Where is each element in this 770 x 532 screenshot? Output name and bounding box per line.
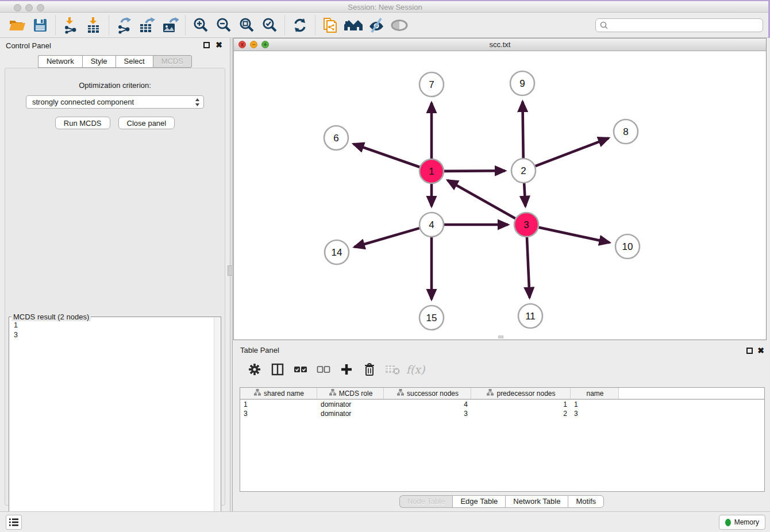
zoom-out-button[interactable]: [212, 15, 235, 36]
list-icon: [9, 518, 19, 527]
column-header-name[interactable]: name: [571, 388, 619, 399]
graph-edge-1-6[interactable]: [353, 144, 419, 167]
table-row[interactable]: 3dominator323: [240, 409, 764, 418]
export-image-button[interactable]: [159, 15, 182, 36]
memory-label: Memory: [734, 518, 759, 526]
toolbar-separator: [185, 16, 186, 35]
graph-edge-3-1[interactable]: [448, 180, 515, 218]
graph-edge-2-8[interactable]: [536, 138, 609, 166]
table-cell[interactable]: dominator: [317, 409, 384, 418]
run-mcds-button[interactable]: Run MCDS: [55, 117, 110, 129]
create-column-button[interactable]: [338, 362, 355, 377]
optimization-criterion-label: Optimization criterion:: [5, 81, 225, 90]
control-tab-style[interactable]: Style: [82, 55, 116, 68]
delete-column-button[interactable]: [361, 362, 378, 377]
table-body: 1dominator4113dominator323: [240, 400, 764, 418]
control-tab-network[interactable]: Network: [38, 55, 82, 68]
network-canvas[interactable]: 1234678910111415: [234, 51, 766, 340]
zoom-in-button[interactable]: [189, 15, 212, 36]
import-table-icon: [86, 17, 102, 34]
network-window-titlebar: x – + scc.txt: [234, 38, 766, 51]
graph-edge-4-14[interactable]: [355, 228, 419, 247]
table-tab-motifs[interactable]: Motifs: [568, 495, 604, 508]
control-tab-mcds[interactable]: MCDS: [153, 55, 192, 68]
toolbar-separator: [55, 16, 56, 35]
graph-edge-3-10[interactable]: [539, 228, 610, 243]
table-cell[interactable]: dominator: [317, 400, 384, 409]
save-icon: [33, 18, 48, 33]
table-cell[interactable]: 4: [384, 400, 471, 409]
toolbar-separator: [284, 16, 285, 35]
eye-slash-icon: [367, 17, 386, 33]
search-input[interactable]: [609, 20, 763, 30]
column-header-label: name: [586, 390, 603, 398]
import-network-icon: [63, 17, 79, 34]
column-edit-icon: [329, 389, 336, 398]
table-tab-node-table[interactable]: Node Table: [399, 495, 453, 508]
criterion-dropdown[interactable]: strongly connected component: [26, 95, 204, 109]
table-cell[interactable]: 3: [240, 409, 317, 418]
mcds-result-text[interactable]: 1 3: [9, 319, 214, 531]
search-box: [595, 18, 763, 32]
delete-table-button[interactable]: [384, 362, 401, 377]
refresh-view-button[interactable]: [288, 15, 311, 36]
table-cell[interactable]: 3: [571, 409, 619, 418]
gear-icon: [248, 363, 261, 376]
function-icon: f(x): [406, 363, 425, 376]
table-cell[interactable]: 1: [471, 400, 571, 409]
canvas-grip[interactable]: [498, 336, 503, 338]
graph-edge-3-11[interactable]: [527, 237, 530, 298]
table-settings-button[interactable]: [246, 362, 263, 377]
column-edit-icon: [487, 389, 494, 398]
control-tab-select[interactable]: Select: [116, 55, 153, 68]
column-header-label: MCDS role: [339, 390, 373, 398]
import-network-button[interactable]: [59, 15, 82, 36]
column-edit-icon: [397, 389, 404, 398]
save-session-button[interactable]: [29, 15, 52, 36]
background-window-edge: [0, 0, 770, 1]
network-graph: 1234678910111415: [234, 51, 766, 340]
graph-edge-2-9[interactable]: [522, 102, 523, 158]
select-all-columns-button[interactable]: [292, 362, 309, 377]
column-header-label: successor nodes: [407, 390, 459, 398]
export-network-button[interactable]: [113, 15, 136, 36]
close-table-panel-icon[interactable]: ✖: [757, 346, 764, 354]
first-neighbors-button[interactable]: [342, 15, 365, 36]
column-header-MCDS-role[interactable]: MCDS role: [317, 388, 384, 399]
column-header-predecessor-nodes[interactable]: predecessor nodes: [471, 388, 571, 399]
graph-node-label: 1: [429, 166, 434, 177]
network-window: x – + scc.txt 1234678910111415: [233, 38, 767, 340]
show-all-button[interactable]: [388, 15, 411, 36]
graph-edge-2-3[interactable]: [524, 183, 525, 206]
column-header-successor-nodes[interactable]: successor nodes: [384, 388, 471, 399]
close-panel-icon[interactable]: ✖: [215, 41, 222, 49]
splitter-grip[interactable]: [228, 265, 233, 276]
export-table-button[interactable]: [136, 15, 159, 36]
show-columns-button[interactable]: [269, 362, 286, 377]
open-session-button[interactable]: [6, 15, 29, 36]
graph-node-label: 7: [429, 79, 434, 90]
table-cell[interactable]: 1: [240, 400, 317, 409]
float-panel-icon[interactable]: [203, 42, 210, 48]
table-tab-network-table[interactable]: Network Table: [505, 495, 568, 508]
table-row[interactable]: 1dominator411: [240, 400, 764, 409]
criterion-value: strongly connected component: [32, 98, 134, 106]
float-table-panel-icon[interactable]: [746, 348, 753, 354]
hide-selected-button[interactable]: [365, 15, 388, 36]
table-cell[interactable]: 1: [571, 400, 619, 409]
graph-edge-1-2[interactable]: [444, 171, 505, 171]
task-history-button[interactable]: [6, 515, 22, 530]
close-panel-button[interactable]: Close panel: [118, 117, 175, 129]
zoom-selected-button[interactable]: [258, 15, 281, 36]
table-cell[interactable]: 2: [471, 409, 571, 418]
deselect-all-columns-button[interactable]: [315, 362, 332, 377]
zoom-fit-button[interactable]: [235, 15, 258, 36]
import-table-button[interactable]: [82, 15, 105, 36]
memory-button[interactable]: Memory: [719, 515, 765, 530]
table-cell[interactable]: 3: [384, 409, 471, 418]
function-builder-button[interactable]: f(x): [407, 362, 424, 377]
column-header-shared-name[interactable]: shared name: [240, 388, 317, 399]
table-tab-edge-table[interactable]: Edge Table: [452, 495, 505, 508]
open-network-from-file-button[interactable]: [319, 15, 342, 36]
result-scrollbar[interactable]: [214, 318, 220, 532]
